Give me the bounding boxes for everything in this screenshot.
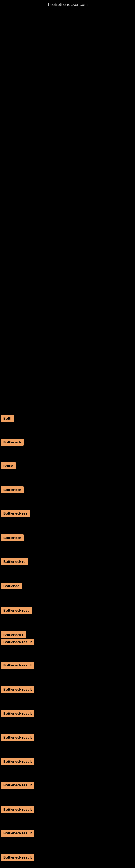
bottleneck-result-row-14: Bottleneck result bbox=[1, 710, 34, 717]
bottleneck-result-badge-3: Bottle bbox=[1, 463, 16, 469]
bottleneck-result-row-5: Bottleneck res bbox=[1, 510, 30, 517]
bottleneck-result-row-9: Bottleneck resu bbox=[1, 607, 32, 614]
bottleneck-result-badge-11: Bottleneck result bbox=[1, 639, 34, 645]
bottleneck-result-badge-4: Bottleneck bbox=[1, 486, 24, 493]
bottleneck-result-badge-16: Bottleneck result bbox=[1, 758, 34, 765]
bottleneck-result-badge-6: Bottleneck bbox=[1, 534, 24, 541]
bottleneck-result-row-2: Bottleneck bbox=[1, 439, 24, 446]
bottleneck-result-badge-10: Bottleneck r bbox=[1, 631, 26, 638]
page-wrapper: TheBottlenecker.com BottlBottleneckBottl… bbox=[0, 0, 135, 415]
bottleneck-result-row-18: Bottleneck result bbox=[1, 806, 34, 813]
bottleneck-result-row-10: Bottleneck r bbox=[1, 631, 26, 638]
bottleneck-result-row-4: Bottleneck bbox=[1, 486, 24, 493]
bottleneck-result-badge-19: Bottleneck result bbox=[1, 830, 34, 837]
bottleneck-result-row-3: Bottle bbox=[1, 463, 16, 469]
site-title: TheBottlenecker.com bbox=[0, 0, 135, 8]
bottleneck-result-row-17: Bottleneck result bbox=[1, 782, 34, 788]
axis-marker-2 bbox=[3, 279, 3, 301]
bottleneck-result-badge-5: Bottleneck res bbox=[1, 510, 30, 517]
bottleneck-result-row-11: Bottleneck result bbox=[1, 639, 34, 645]
bottleneck-result-row-19: Bottleneck result bbox=[1, 830, 34, 837]
bottleneck-result-badge-1: Bottl bbox=[1, 415, 14, 422]
bottleneck-result-badge-9: Bottleneck resu bbox=[1, 607, 32, 614]
axis-marker-1 bbox=[3, 239, 3, 260]
bottleneck-result-badge-8: Bottlenec bbox=[1, 583, 22, 589]
bottleneck-result-badge-12: Bottleneck result bbox=[1, 662, 34, 669]
bottleneck-result-badge-20: Bottleneck result bbox=[1, 854, 34, 861]
bottleneck-result-badge-15: Bottleneck result bbox=[1, 734, 34, 741]
bottleneck-result-row-16: Bottleneck result bbox=[1, 758, 34, 765]
chart-area bbox=[0, 8, 135, 415]
bottleneck-result-row-13: Bottleneck result bbox=[1, 686, 34, 693]
bottleneck-result-badge-13: Bottleneck result bbox=[1, 686, 34, 693]
bottleneck-result-row-1: Bottl bbox=[1, 415, 14, 422]
bottleneck-result-row-7: Bottleneck re bbox=[1, 558, 28, 565]
bottleneck-result-badge-18: Bottleneck result bbox=[1, 806, 34, 813]
bottleneck-result-row-12: Bottleneck result bbox=[1, 662, 34, 669]
bottleneck-result-badge-17: Bottleneck result bbox=[1, 782, 34, 788]
bottleneck-result-row-8: Bottlenec bbox=[1, 583, 22, 589]
bottleneck-result-badge-2: Bottleneck bbox=[1, 439, 24, 446]
bottleneck-result-badge-14: Bottleneck result bbox=[1, 710, 34, 717]
bottleneck-result-row-15: Bottleneck result bbox=[1, 734, 34, 741]
bottleneck-result-row-6: Bottleneck bbox=[1, 534, 24, 541]
bottleneck-result-row-20: Bottleneck result bbox=[1, 854, 34, 861]
bottleneck-result-badge-7: Bottleneck re bbox=[1, 558, 28, 565]
